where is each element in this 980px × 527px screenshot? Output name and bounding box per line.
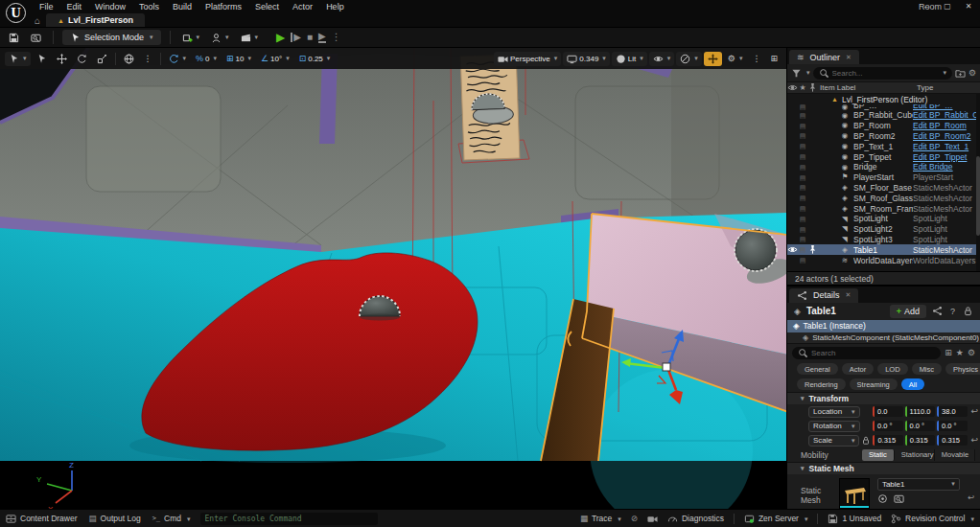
home-icon[interactable]: ⌂ bbox=[35, 15, 40, 27]
play-button[interactable]: ▶ bbox=[276, 32, 285, 43]
outliner-scrollbar[interactable] bbox=[976, 94, 980, 271]
outliner-row[interactable]: ▤◉BP_Text_1Edit BP_Text_1 bbox=[787, 141, 980, 151]
menu-select[interactable]: Select bbox=[248, 2, 286, 11]
viewport-scene[interactable]: Z Y X bbox=[0, 48, 786, 509]
outliner-row[interactable]: ▤◉BP_Room2Edit BP_Room2 bbox=[787, 131, 980, 142]
coordinate-system-button[interactable] bbox=[120, 52, 138, 66]
stop-button[interactable]: ■ bbox=[307, 33, 313, 42]
close-button[interactable]: ✕ bbox=[961, 0, 976, 12]
menu-help[interactable]: Help bbox=[319, 2, 351, 11]
grid-snap-button[interactable]: ⊞10▾ bbox=[222, 52, 255, 65]
outliner-row[interactable]: ▤◉BP_Rabbit_CubeEdit BP_Rabbit_Cube bbox=[787, 110, 980, 121]
cinematics-button[interactable]: ▾ bbox=[238, 31, 262, 45]
status-output-log[interactable]: ▤Output Log bbox=[89, 514, 141, 523]
filter-chip-lod[interactable]: LOD bbox=[877, 363, 907, 375]
outliner-root-row[interactable]: ▲ Lvl_FirstPerson (Editor) bbox=[787, 94, 980, 104]
revert-static-mesh-icon[interactable]: ↩ bbox=[968, 478, 974, 509]
row-edit-link[interactable]: Edit BP_Room bbox=[913, 121, 976, 130]
details-search[interactable] bbox=[792, 347, 941, 359]
actor-snap-button[interactable]: %0▾ bbox=[192, 52, 221, 65]
rotation-x-field[interactable]: 0.0 ° bbox=[873, 421, 903, 431]
row-edit-link[interactable]: Edit Bridge bbox=[913, 162, 976, 172]
tab-outliner[interactable]: ≋ Outliner ✕ bbox=[789, 50, 859, 64]
launch-button[interactable]: ▶ bbox=[318, 32, 326, 43]
rotate-tool-button[interactable] bbox=[73, 52, 91, 66]
hanging-scroll[interactable] bbox=[460, 55, 520, 160]
save-button[interactable] bbox=[6, 31, 22, 45]
unreal-logo-icon[interactable]: U bbox=[6, 3, 26, 23]
component-row[interactable]: ◈ StaticMeshComponent (StaticMeshCompone… bbox=[787, 332, 980, 345]
select-tool-button[interactable] bbox=[33, 52, 51, 66]
status-revision-control[interactable]: Revision Control▾ bbox=[891, 514, 974, 524]
viewport-settings-dropdown[interactable]: ⚙▾ bbox=[724, 52, 747, 65]
favorites-icon[interactable]: ★ bbox=[956, 348, 964, 357]
filter-chip-general[interactable]: General bbox=[797, 363, 838, 375]
viewport-options-dropdown[interactable]: ▾ bbox=[5, 52, 31, 66]
minimize-button[interactable]: – bbox=[919, 0, 934, 12]
scale-dropdown[interactable]: Scale▾ bbox=[808, 435, 859, 447]
scale-z-field[interactable]: 0.315 bbox=[937, 435, 967, 446]
status-1-unsaved[interactable]: 1 Unsaved bbox=[828, 514, 881, 524]
add-component-button[interactable]: + Add bbox=[890, 305, 926, 318]
outliner-row[interactable]: ▤◉BP_TippetEdit BP_Tippet bbox=[787, 151, 980, 162]
outliner-row[interactable]: ▤◥SpotLightSpotLight bbox=[787, 214, 980, 224]
row-edit-link[interactable]: Edit BP_… bbox=[913, 104, 976, 110]
row-pin-icon[interactable] bbox=[807, 244, 818, 255]
filter-chip-rendering[interactable]: Rendering bbox=[797, 378, 846, 390]
screen-percentage-dropdown[interactable]: 0.349▾ bbox=[563, 52, 610, 66]
selection-mode-dropdown[interactable]: Selection Mode ▾ bbox=[62, 30, 161, 45]
location-dropdown[interactable]: Location▾ bbox=[808, 406, 860, 418]
menu-platforms[interactable]: Platforms bbox=[198, 2, 248, 11]
filter-chip-misc[interactable]: Misc bbox=[912, 363, 942, 375]
maximize-viewport-icon[interactable]: ⊞ bbox=[766, 52, 782, 65]
static-mesh-select[interactable]: Table1 ▾ bbox=[877, 478, 960, 491]
item-label-column[interactable]: Item Label bbox=[818, 83, 917, 92]
row-edit-link[interactable]: Edit BP_Text_1 bbox=[913, 142, 976, 151]
new-folder-icon[interactable] bbox=[955, 68, 966, 79]
filter-chip-physics[interactable]: Physics bbox=[945, 363, 980, 375]
use-selected-asset-icon[interactable] bbox=[877, 493, 888, 504]
static-mesh-thumbnail[interactable] bbox=[839, 478, 870, 509]
surface-snap-button[interactable]: ▾ bbox=[165, 52, 191, 66]
outliner-row[interactable]: ▤⚑PlayerStartPlayerStart bbox=[787, 172, 980, 183]
status-trace[interactable]: ▦Trace▾ bbox=[580, 514, 621, 523]
find-in-content-browser-button[interactable] bbox=[28, 31, 44, 45]
outliner-row[interactable]: ▤◈Table1StaticMeshActor bbox=[787, 244, 980, 255]
view-mode-dropdown[interactable]: Lit▾ bbox=[612, 52, 647, 66]
status-camera[interactable] bbox=[647, 514, 658, 524]
filter-chip-streaming[interactable]: Streaming bbox=[850, 378, 898, 390]
tool-options-icon[interactable]: ⋮ bbox=[140, 52, 156, 65]
close-tab-icon[interactable]: ✕ bbox=[846, 291, 852, 299]
status-cmd[interactable]: >_Cmd▾ bbox=[152, 514, 191, 523]
view-options-dropdown[interactable]: ▾ bbox=[676, 52, 702, 66]
rotation-z-field[interactable]: 0.0 ° bbox=[937, 421, 968, 431]
static-mesh-section-header[interactable]: ▾ Static Mesh bbox=[787, 462, 980, 474]
outliner-search-input[interactable] bbox=[832, 69, 939, 78]
menu-tools[interactable]: Tools bbox=[132, 2, 166, 11]
add-actor-button[interactable]: ▾ bbox=[179, 31, 203, 45]
display-options-icon[interactable]: ⊞ bbox=[945, 348, 952, 357]
location-x-field[interactable]: 0.0 bbox=[873, 406, 903, 417]
level-tab[interactable]: ▲ Lvl_FirstPerson bbox=[46, 13, 145, 27]
row-edit-link[interactable]: Edit BP_Tippet bbox=[913, 152, 976, 162]
outliner-row[interactable]: ▤◈SM_Floor_BaseStaticMeshActor bbox=[787, 183, 980, 194]
revert-scale-icon[interactable]: ↩ bbox=[969, 436, 980, 445]
outliner-row[interactable]: ▤◥SpotLight3SpotLight bbox=[787, 235, 980, 245]
filter-chip-all[interactable]: All bbox=[901, 378, 924, 390]
blueprints-button[interactable]: ▾ bbox=[208, 31, 232, 45]
game-view-toggle[interactable] bbox=[704, 52, 722, 66]
details-search-input[interactable] bbox=[811, 349, 935, 357]
console-command-input[interactable] bbox=[200, 513, 378, 525]
menu-build[interactable]: Build bbox=[166, 2, 198, 11]
star-column-icon[interactable]: ★ bbox=[798, 83, 807, 92]
outliner-settings-icon[interactable]: ⚙ bbox=[968, 68, 976, 78]
outliner-row[interactable]: ▤◥SpotLight2SpotLight bbox=[787, 224, 980, 235]
scale-tool-button[interactable] bbox=[93, 52, 111, 66]
instance-row[interactable]: ◈ Table1 (Instance) bbox=[787, 320, 980, 332]
outliner-row[interactable]: ▤◉BridgeEdit Bridge bbox=[787, 162, 980, 172]
location-z-field[interactable]: 38.0 bbox=[937, 406, 968, 417]
status-diagnostics[interactable]: Diagnostics bbox=[667, 514, 724, 524]
show-flags-dropdown[interactable]: ▾ bbox=[649, 52, 675, 66]
menu-actor[interactable]: Actor bbox=[286, 2, 319, 11]
row-visibility-eye-icon[interactable] bbox=[787, 244, 798, 255]
